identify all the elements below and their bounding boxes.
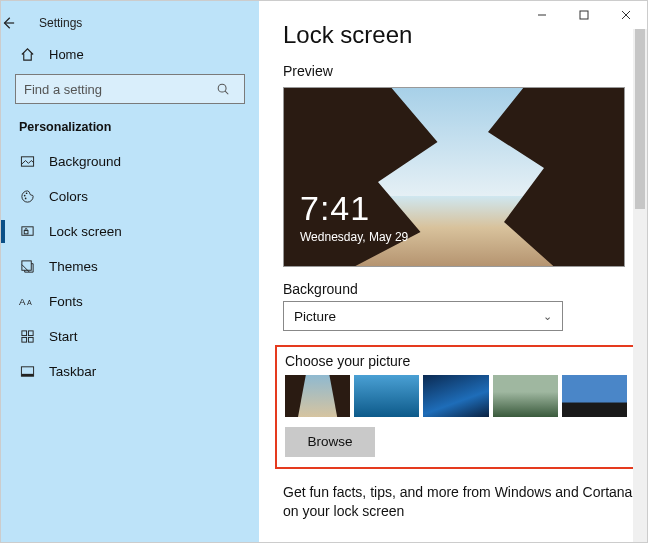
- sidebar-item-label: Lock screen: [49, 224, 122, 239]
- svg-point-4: [24, 198, 26, 200]
- lock-screen-preview: 7:41 Wednesday, May 29: [283, 87, 625, 267]
- app-title: Settings: [39, 16, 82, 30]
- sidebar-home-label: Home: [49, 47, 84, 62]
- search-input-wrap[interactable]: [15, 74, 245, 104]
- taskbar-icon: [19, 364, 35, 379]
- sidebar-item-fonts[interactable]: AA Fonts: [1, 284, 259, 319]
- sidebar-item-label: Fonts: [49, 294, 83, 309]
- sidebar-item-label: Background: [49, 154, 121, 169]
- svg-rect-15: [21, 374, 33, 376]
- back-button[interactable]: [1, 16, 33, 30]
- svg-rect-16: [580, 11, 588, 19]
- preview-clock: 7:41 Wednesday, May 29: [300, 189, 408, 244]
- scroll-thumb[interactable]: [635, 29, 645, 209]
- dropdown-value: Picture: [294, 309, 336, 324]
- scrollbar[interactable]: [633, 29, 647, 542]
- sidebar-item-label: Themes: [49, 259, 98, 274]
- maximize-button[interactable]: [563, 1, 605, 29]
- preview-date: Wednesday, May 29: [300, 230, 408, 244]
- preview-label: Preview: [283, 63, 623, 79]
- sidebar-item-label: Colors: [49, 189, 88, 204]
- chevron-down-icon: ⌄: [543, 310, 552, 323]
- sidebar-section: Personalization: [1, 114, 259, 144]
- svg-point-2: [23, 195, 25, 197]
- sidebar: Settings Home Personalization Background: [1, 1, 259, 542]
- svg-rect-6: [24, 231, 28, 234]
- sidebar-item-label: Start: [49, 329, 78, 344]
- picture-thumb[interactable]: [354, 375, 419, 417]
- palette-icon: [19, 189, 35, 204]
- sidebar-item-background[interactable]: Background: [1, 144, 259, 179]
- lock-screen-icon: [19, 224, 35, 239]
- sidebar-item-label: Taskbar: [49, 364, 96, 379]
- svg-rect-10: [21, 331, 26, 336]
- fonts-icon: AA: [19, 294, 35, 309]
- background-dropdown[interactable]: Picture ⌄: [283, 301, 563, 331]
- sidebar-item-lock-screen[interactable]: Lock screen: [1, 214, 259, 249]
- preview-time: 7:41: [300, 189, 408, 228]
- choose-picture-section: Choose your picture Browse: [275, 345, 637, 469]
- themes-icon: [19, 259, 35, 274]
- svg-point-0: [218, 84, 226, 92]
- search-input[interactable]: [16, 82, 216, 97]
- picture-thumb[interactable]: [493, 375, 558, 417]
- picture-thumb[interactable]: [285, 375, 350, 417]
- svg-rect-11: [28, 331, 33, 336]
- svg-text:A: A: [27, 299, 32, 307]
- svg-rect-12: [21, 337, 26, 342]
- picture-thumb[interactable]: [562, 375, 627, 417]
- sidebar-home[interactable]: Home: [1, 37, 259, 70]
- svg-text:A: A: [19, 296, 26, 307]
- svg-rect-13: [28, 337, 33, 342]
- minimize-button[interactable]: [521, 1, 563, 29]
- footer-text: Get fun facts, tips, and more from Windo…: [283, 483, 643, 521]
- background-label: Background: [283, 281, 623, 297]
- picture-thumbnails: [285, 375, 627, 417]
- start-icon: [19, 329, 35, 344]
- picture-thumb[interactable]: [423, 375, 488, 417]
- sidebar-item-taskbar[interactable]: Taskbar: [1, 354, 259, 389]
- choose-picture-label: Choose your picture: [285, 353, 627, 369]
- content-area: Lock screen Preview 7:41 Wednesday, May …: [259, 1, 647, 542]
- home-icon: [19, 47, 35, 62]
- close-button[interactable]: [605, 1, 647, 29]
- search-icon: [216, 82, 244, 96]
- sidebar-nav: Background Colors Lock screen Themes AA …: [1, 144, 259, 389]
- svg-point-3: [25, 192, 27, 194]
- browse-button[interactable]: Browse: [285, 427, 375, 457]
- picture-icon: [19, 154, 35, 169]
- sidebar-item-themes[interactable]: Themes: [1, 249, 259, 284]
- sidebar-item-start[interactable]: Start: [1, 319, 259, 354]
- sidebar-item-colors[interactable]: Colors: [1, 179, 259, 214]
